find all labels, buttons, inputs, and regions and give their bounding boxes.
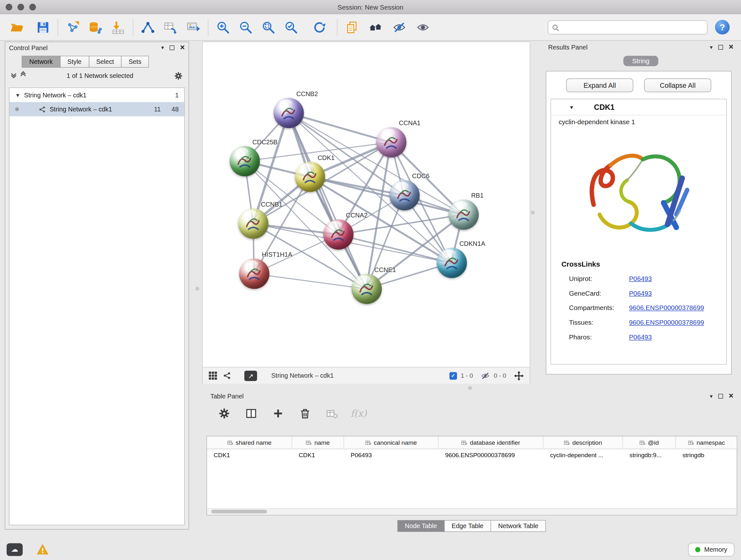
function-builder-button[interactable]: f(x) [352, 406, 366, 420]
copy-network-button[interactable] [342, 17, 362, 38]
network-edge[interactable] [254, 273, 366, 289]
cloud-button[interactable]: ☁ [7, 543, 23, 556]
tab-network-table[interactable]: Network Table [490, 520, 546, 532]
collapse-all-icon[interactable] [11, 73, 17, 78]
delete-column-button[interactable] [298, 406, 312, 420]
table-cell[interactable]: CDK1 [207, 449, 292, 461]
tree-caret-icon[interactable]: ▼ [15, 92, 20, 98]
expand-all-icon[interactable] [20, 73, 26, 78]
add-column-button[interactable] [271, 406, 285, 420]
crosslink-value-link[interactable]: 9606.ENSP00000378699 [629, 304, 704, 311]
network-row-selected[interactable]: String Network – cdk1 11 48 [10, 102, 185, 116]
network-node-CCNE1[interactable] [352, 273, 382, 304]
column-header-shared-name[interactable]: shared name [207, 436, 292, 449]
network-node-CDKN1A[interactable] [436, 248, 467, 278]
network-node-CCNB1[interactable] [238, 208, 268, 239]
network-collection-row[interactable]: ▼ String Network – cdk1 1 [10, 88, 185, 102]
string-tab-badge[interactable]: String [623, 56, 658, 66]
open-session-button[interactable] [7, 17, 26, 38]
network-node-CDK1[interactable] [295, 162, 325, 192]
network-canvas[interactable]: CCNB2CCNA1CDC25BCDK1CDC6RB1CCNB1CCNA2CDK… [203, 42, 530, 367]
gear-icon[interactable] [174, 71, 183, 80]
show-columns-button[interactable] [244, 406, 258, 420]
table-data-row[interactable]: CDK1CDK1P064939606.ENSP00000378699cyclin… [207, 449, 737, 461]
memory-button[interactable]: Memory [688, 543, 734, 556]
section-collapse-caret-icon[interactable]: ▼ [569, 105, 574, 110]
first-neighbors-button[interactable] [138, 17, 158, 38]
home-button[interactable] [366, 17, 386, 38]
crosslink-value-link[interactable]: 9606.ENSP00000378699 [629, 318, 704, 326]
tab-sets[interactable]: Sets [121, 56, 149, 68]
network-node-HIST1H1A[interactable] [239, 259, 269, 289]
crosslink-value-link[interactable]: P06493 [629, 333, 652, 341]
column-header-@id[interactable]: @id [623, 436, 676, 449]
zoom-window-button[interactable] [29, 4, 36, 10]
expand-all-button[interactable]: Expand All [566, 78, 633, 92]
network-edge[interactable] [288, 113, 366, 289]
network-node-CCNA1[interactable] [376, 127, 407, 158]
zoom-selected-button[interactable] [281, 17, 301, 38]
tab-node-table[interactable]: Node Table [397, 520, 445, 532]
import-table-button[interactable] [108, 17, 128, 38]
panel-close-icon[interactable]: × [180, 45, 185, 50]
search-input[interactable] [561, 23, 703, 30]
table-cell[interactable]: cyclin-dependent ... [543, 449, 623, 461]
panel-close-icon[interactable]: × [729, 394, 734, 399]
crosslink-value-link[interactable]: P06493 [629, 274, 652, 282]
table-settings-button[interactable] [217, 406, 231, 420]
pan-move-icon[interactable] [514, 370, 524, 381]
network-overview-button[interactable] [223, 372, 231, 380]
collapse-all-button[interactable]: Collapse All [644, 78, 711, 92]
apply-layout-button[interactable] [310, 17, 329, 38]
panel-float-icon[interactable] [718, 394, 723, 399]
minimize-window-button[interactable] [17, 4, 24, 10]
export-network-button[interactable] [160, 17, 180, 38]
panel-menu-caret-icon[interactable]: ▾ [161, 44, 164, 51]
scrollbar-thumb[interactable] [211, 509, 267, 513]
column-header-description[interactable]: description [543, 436, 623, 449]
column-header-database-identifier[interactable]: database identifier [439, 436, 543, 449]
selected-elements-checkbox[interactable]: ✓ [449, 372, 457, 380]
graphics-details-button[interactable] [389, 17, 409, 38]
export-image-button[interactable] [184, 17, 203, 38]
import-network-file-button[interactable] [63, 17, 83, 38]
bottom-splitter-handle[interactable] [468, 386, 472, 389]
column-header-canonical-name[interactable]: canonical name [344, 436, 439, 449]
panel-menu-caret-icon[interactable]: ▾ [710, 393, 713, 400]
close-window-button[interactable] [6, 4, 12, 10]
delete-table-button[interactable] [325, 406, 339, 420]
network-node-CDC6[interactable] [389, 180, 420, 210]
tab-network[interactable]: Network [22, 56, 60, 68]
network-node-CCNA2[interactable] [323, 219, 354, 250]
help-button[interactable]: ? [715, 20, 730, 35]
warnings-button[interactable] [35, 543, 50, 556]
panel-float-icon[interactable] [170, 45, 175, 50]
network-node-CDC25B[interactable] [230, 146, 260, 177]
detach-view-button[interactable]: ↗ [245, 370, 257, 381]
zoom-fit-button[interactable] [259, 17, 278, 38]
table-cell[interactable]: 9606.ENSP00000378699 [439, 449, 543, 461]
column-header-namespac[interactable]: namespac [676, 436, 738, 449]
import-network-database-button[interactable] [85, 17, 105, 38]
table-cell[interactable]: CDK1 [292, 449, 344, 461]
panel-menu-caret-icon[interactable]: ▾ [710, 44, 713, 51]
tab-select[interactable]: Select [89, 56, 122, 68]
left-splitter-handle[interactable] [196, 287, 199, 290]
column-header-name[interactable]: name [292, 436, 344, 449]
right-splitter-handle[interactable] [531, 211, 534, 214]
crosslink-value-link[interactable]: P06493 [629, 289, 652, 297]
zoom-out-button[interactable] [236, 17, 256, 38]
network-node-CCNB2[interactable] [273, 98, 304, 128]
table-cell[interactable]: stringdb [676, 449, 738, 461]
table-horizontal-scrollbar[interactable] [207, 508, 736, 514]
zoom-in-button[interactable] [213, 17, 233, 38]
network-node-RB1[interactable] [448, 199, 479, 230]
birdseye-view-button[interactable] [413, 17, 433, 38]
panel-close-icon[interactable]: × [729, 45, 734, 50]
table-cell[interactable]: stringdb:9... [623, 449, 676, 461]
table-cell[interactable]: P06493 [344, 449, 439, 461]
save-session-button[interactable] [33, 17, 53, 38]
tab-style[interactable]: Style [60, 56, 89, 68]
panel-float-icon[interactable] [718, 45, 723, 50]
tab-edge-table[interactable]: Edge Table [444, 520, 491, 532]
